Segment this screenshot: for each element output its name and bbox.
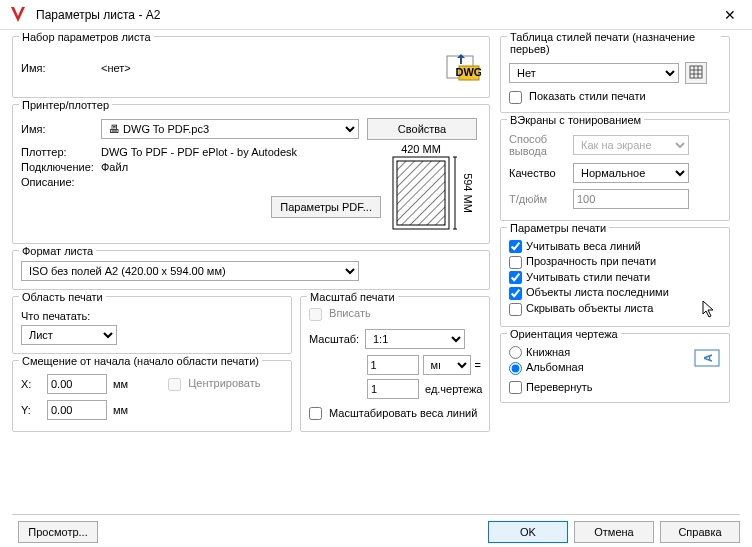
scale-unit-select[interactable]: мм: [423, 355, 471, 375]
scale-den-unit: ед.чертежа: [425, 383, 481, 395]
scale-lw-checkbox[interactable]: [309, 407, 322, 420]
printer-legend: Принтер/плоттер: [19, 99, 112, 111]
shaded-mode-label: Способ вывода: [509, 133, 573, 157]
center-checkbox: [168, 378, 181, 391]
fit-checkbox: [309, 308, 322, 321]
quality-label: Качество: [509, 167, 573, 179]
what-print-label: Что печатать:: [21, 310, 90, 322]
opt-last[interactable]: Объекты листа последними: [509, 286, 721, 300]
quality-select[interactable]: Нормальное: [573, 163, 689, 183]
preview-button[interactable]: Просмотр...: [18, 521, 98, 543]
svg-text:DWG: DWG: [456, 66, 481, 78]
plotter-value: DWG To PDF - PDF ePlot - by Autodesk: [101, 146, 297, 158]
fit-label: Вписать: [309, 307, 371, 319]
named-set-name-value: <нет>: [101, 62, 131, 74]
plotter-label: Плоттер:: [21, 146, 101, 158]
orientation-group: Ориентация чертежа Книжная Альбомная Пер…: [500, 333, 730, 404]
named-set-name-label: Имя:: [21, 62, 101, 74]
dpi-label: Т/дюйм: [509, 193, 573, 205]
opt-transp[interactable]: Прозрачность при печати: [509, 255, 721, 269]
show-styles-label[interactable]: Показать стили печати: [509, 90, 721, 104]
titlebar: Параметры листа - A2 ✕: [0, 0, 752, 30]
svg-text:A: A: [702, 354, 714, 362]
offset-x-unit: мм: [113, 378, 128, 390]
portrait-radio-label[interactable]: Книжная: [509, 346, 693, 360]
dwg-icon: DWG: [445, 50, 481, 86]
upside-label[interactable]: Перевернуть: [509, 381, 693, 395]
plot-styles-group: Таблица стилей печати (назначение перьев…: [500, 36, 730, 113]
connection-value: Файл: [101, 161, 128, 173]
paper-preview: 420 MM 594 MM: [381, 143, 481, 235]
printer-name-label: Имя:: [21, 123, 101, 135]
properties-button[interactable]: Свойства: [367, 118, 477, 140]
printer-name-select[interactable]: 🖶 DWG To PDF.pc3: [101, 119, 359, 139]
offset-x-label: X:: [21, 378, 47, 390]
orientation-legend: Ориентация чертежа: [507, 328, 621, 340]
scale-select[interactable]: 1:1: [365, 329, 465, 349]
connection-label: Подключение:: [21, 161, 101, 173]
plot-style-select[interactable]: Нет: [509, 63, 679, 83]
offset-legend: Смещение от начала (начало области печат…: [19, 355, 262, 367]
plot-styles-legend: Таблица стилей печати (назначение перьев…: [507, 31, 721, 55]
svg-rect-11: [690, 66, 702, 78]
orientation-icon: A: [693, 344, 721, 372]
landscape-radio-label[interactable]: Альбомная: [509, 361, 693, 375]
svg-rect-6: [397, 161, 445, 225]
description-label: Описание:: [21, 176, 101, 188]
table-icon: [689, 65, 703, 79]
plot-style-edit-button[interactable]: [685, 62, 707, 84]
what-print-select[interactable]: Лист: [21, 325, 117, 345]
offset-y-input[interactable]: [47, 400, 107, 420]
scale-equals: =: [475, 359, 481, 371]
scale-group: Масштаб печати Вписать Масштаб: 1:1: [300, 296, 490, 432]
paper-size-group: Формат листа ISO без полей A2 (420.00 x …: [12, 250, 490, 290]
dpi-input: [573, 189, 689, 209]
offset-x-input[interactable]: [47, 374, 107, 394]
plot-area-legend: Область печати: [19, 291, 106, 303]
scale-den-input[interactable]: [367, 379, 419, 399]
printer-group: Принтер/плоттер Имя: 🖶 DWG To PDF.pc3 Св…: [12, 104, 490, 244]
app-icon: [8, 5, 28, 25]
pdf-options-button[interactable]: Параметры PDF...: [271, 196, 381, 218]
named-set-legend: Набор параметров листа: [19, 31, 154, 43]
shaded-group: ВЭкраны с тонированием Способ вывода Как…: [500, 119, 730, 221]
svg-text:420 MM: 420 MM: [401, 143, 441, 155]
plot-options-legend: Параметры печати: [507, 222, 609, 234]
opt-hide[interactable]: Скрывать объекты листа: [509, 302, 721, 316]
scale-legend: Масштаб печати: [307, 291, 398, 303]
scale-lw-label[interactable]: Масштабировать веса линий: [309, 407, 481, 421]
named-set-group: Набор параметров листа Имя: <нет> DWG: [12, 36, 490, 98]
plot-options-group: Параметры печати Учитывать веса линий Пр…: [500, 227, 730, 327]
opt-lw[interactable]: Учитывать веса линий: [509, 240, 721, 254]
paper-size-legend: Формат листа: [19, 245, 96, 257]
opt-styles[interactable]: Учитывать стили печати: [509, 271, 721, 285]
cancel-button[interactable]: Отмена: [574, 521, 654, 543]
show-styles-checkbox[interactable]: [509, 91, 522, 104]
offset-y-label: Y:: [21, 404, 47, 416]
scale-num-input[interactable]: [367, 355, 419, 375]
help-button[interactable]: Справка: [660, 521, 740, 543]
center-label: Центрировать: [168, 377, 260, 391]
offset-y-unit: мм: [113, 404, 128, 416]
shaded-mode-select: Как на экране: [573, 135, 689, 155]
offset-group: Смещение от начала (начало области печат…: [12, 360, 292, 432]
plot-area-group: Область печати Что печатать: Лист: [12, 296, 292, 354]
svg-text:594 MM: 594 MM: [462, 173, 474, 213]
ok-button[interactable]: OK: [488, 521, 568, 543]
close-button[interactable]: ✕: [716, 3, 744, 27]
window-title: Параметры листа - A2: [36, 8, 716, 22]
paper-size-select[interactable]: ISO без полей A2 (420.00 x 594.00 мм): [21, 261, 359, 281]
scale-label: Масштаб:: [309, 333, 365, 345]
shaded-legend: ВЭкраны с тонированием: [507, 114, 644, 126]
